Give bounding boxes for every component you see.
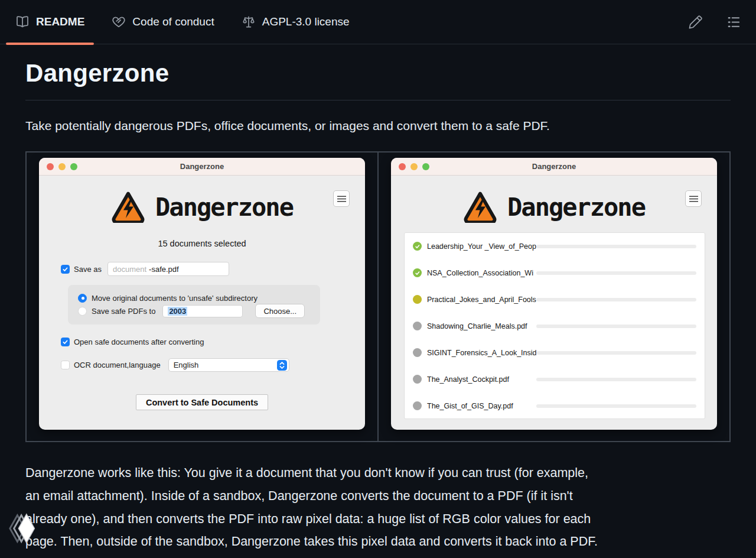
file-status-icon xyxy=(413,295,422,304)
up-down-chevrons-icon xyxy=(279,361,285,369)
progress-bar xyxy=(536,325,696,328)
tab-license-label: AGPL-3.0 license xyxy=(262,15,350,28)
ocr-language-select[interactable]: English xyxy=(168,358,289,372)
progress-bar xyxy=(536,271,696,275)
minimize-window-button[interactable] xyxy=(58,163,66,170)
choose-folder-button[interactable]: Choose... xyxy=(255,304,305,318)
file-name: Practical_Jokes_and_April_Fools xyxy=(427,296,536,304)
file-name: Leadership_Your _View_of_Peop xyxy=(427,242,536,251)
file-row: Leadership_Your _View_of_Peop xyxy=(413,233,696,259)
move-original-radio[interactable] xyxy=(78,294,87,303)
save-safe-pdfs-label: Save safe PDFs to xyxy=(92,307,155,316)
progress-bar xyxy=(536,378,696,381)
dangerzone-options-window: Dangerzone Dangerzone 15 documents selec… xyxy=(39,158,365,430)
check-icon xyxy=(62,266,69,272)
tab-license[interactable]: AGPL-3.0 license xyxy=(239,0,352,44)
file-row: Practical_Jokes_and_April_Fools xyxy=(413,286,696,313)
save-as-label: Save as xyxy=(74,265,102,274)
app-logo-row: Dangerzone xyxy=(391,191,717,223)
hamburger-menu-button[interactable] xyxy=(333,190,350,207)
warning-triangle-logo-icon xyxy=(111,191,145,223)
window-title: Dangerzone xyxy=(180,162,224,171)
window-title: Dangerzone xyxy=(532,162,576,171)
warning-triangle-logo-icon xyxy=(463,191,497,223)
progress-bar xyxy=(536,404,696,408)
file-status-icon xyxy=(413,242,422,251)
file-status-icon xyxy=(413,375,422,384)
file-status-icon xyxy=(413,348,422,357)
description-line: Dangerzone works like this: You give it … xyxy=(25,462,731,485)
open-after-label: Open safe documents after converting xyxy=(74,338,204,346)
tab-code-of-conduct-label: Code of conduct xyxy=(132,15,214,28)
file-row: The_Analyst_Cockpit.pdf xyxy=(413,366,696,392)
save-as-checkbox[interactable] xyxy=(61,265,70,274)
traffic-lights xyxy=(399,163,429,170)
description-line: already one), and then converts the PDF … xyxy=(25,508,731,531)
window-titlebar: Dangerzone xyxy=(391,158,717,176)
active-tab-underline xyxy=(6,43,94,45)
file-name: The_Gist_of_GIS_Day.pdf xyxy=(427,402,536,410)
open-after-checkbox[interactable] xyxy=(61,338,70,346)
hamburger-icon xyxy=(337,196,346,202)
traffic-lights xyxy=(47,163,77,170)
file-name: Shadowing_Charlie_Meals.pdf xyxy=(427,322,536,330)
window-titlebar: Dangerzone xyxy=(39,158,365,176)
file-name: NSA_Collection_Association_Wi xyxy=(427,269,536,277)
tab-readme-label: README xyxy=(36,15,84,28)
zoom-window-button[interactable] xyxy=(422,163,429,170)
file-row: NSA_Collection_Association_Wi xyxy=(413,259,696,286)
file-row: SIGINT_Forensics_A_Look_Inside xyxy=(413,339,696,366)
tab-group: README Code of conduct AGPL-3.0 license xyxy=(13,0,352,44)
tab-readme[interactable]: README xyxy=(13,0,87,44)
options-form: Save as document -safe.pdf Move original… xyxy=(39,262,365,410)
filename-suffix: -safe.pdf xyxy=(149,265,179,274)
outline-list-icon[interactable] xyxy=(727,15,741,29)
description-line: an email attachment). Inside of a sandbo… xyxy=(25,485,731,508)
code-of-conduct-icon xyxy=(112,15,126,29)
ocr-label: OCR document,language xyxy=(74,361,161,369)
close-window-button[interactable] xyxy=(399,163,406,170)
progress-bar xyxy=(536,351,696,355)
app-logo-text: Dangerzone xyxy=(507,193,645,222)
tab-code-of-conduct[interactable]: Code of conduct xyxy=(109,0,216,44)
app-logo-text: Dangerzone xyxy=(155,193,293,222)
book-icon xyxy=(15,15,30,29)
screenshot-left-image[interactable]: Dangerzone Dangerzone 15 documents selec… xyxy=(27,153,377,441)
screenshot-right-image[interactable]: Dangerzone Dangerzone xyxy=(377,153,729,441)
hamburger-icon xyxy=(689,196,698,202)
file-row: The_Gist_of_GIS_Day.pdf xyxy=(413,392,696,419)
intro-text: Take potentially dangerous PDFs, office … xyxy=(25,119,731,133)
ocr-checkbox[interactable] xyxy=(61,361,70,369)
save-location-groupbox: Move original documents to 'unsafe' subd… xyxy=(68,285,320,325)
convert-button[interactable]: Convert to Safe Documents xyxy=(136,394,268,410)
description-line: page. Then, outside of the sandbox, Dang… xyxy=(25,530,731,553)
hamburger-menu-button[interactable] xyxy=(685,190,702,207)
file-name: SIGINT_Forensics_A_Look_Inside xyxy=(427,349,536,357)
description-paragraph: Dangerzone works like this: You give it … xyxy=(25,462,731,553)
file-row: Shadowing_Charlie_Meals.pdf xyxy=(413,313,696,339)
file-status-icon xyxy=(413,322,422,330)
documents-selected-text: 15 documents selected xyxy=(39,239,365,248)
filename-placeholder: document xyxy=(113,265,146,274)
file-status-icon xyxy=(413,268,422,277)
close-window-button[interactable] xyxy=(47,163,54,170)
file-status-icon xyxy=(413,401,422,410)
select-stepper xyxy=(277,360,287,371)
tabbar-actions xyxy=(689,15,744,29)
file-name: The_Analyst_Cockpit.pdf xyxy=(427,375,536,384)
readme-tabbar: README Code of conduct AGPL-3.0 license xyxy=(0,0,756,44)
save-directory-input[interactable]: 2003 xyxy=(162,305,243,317)
check-icon xyxy=(415,244,421,249)
save-directory-value: 2003 xyxy=(168,307,187,316)
page-title: Dangerzone xyxy=(25,59,731,100)
move-original-label: Move original documents to 'unsafe' subd… xyxy=(92,294,258,303)
progress-bar xyxy=(536,245,696,248)
zoom-window-button[interactable] xyxy=(70,163,77,170)
screenshot-table: Dangerzone Dangerzone 15 documents selec… xyxy=(25,151,731,442)
save-safe-pdfs-radio[interactable] xyxy=(78,307,87,316)
app-logo-row: Dangerzone xyxy=(39,191,365,223)
minimize-window-button[interactable] xyxy=(410,163,418,170)
save-as-filename-input[interactable]: document -safe.pdf xyxy=(107,262,229,276)
check-icon xyxy=(62,339,69,345)
edit-pencil-icon[interactable] xyxy=(689,15,702,29)
